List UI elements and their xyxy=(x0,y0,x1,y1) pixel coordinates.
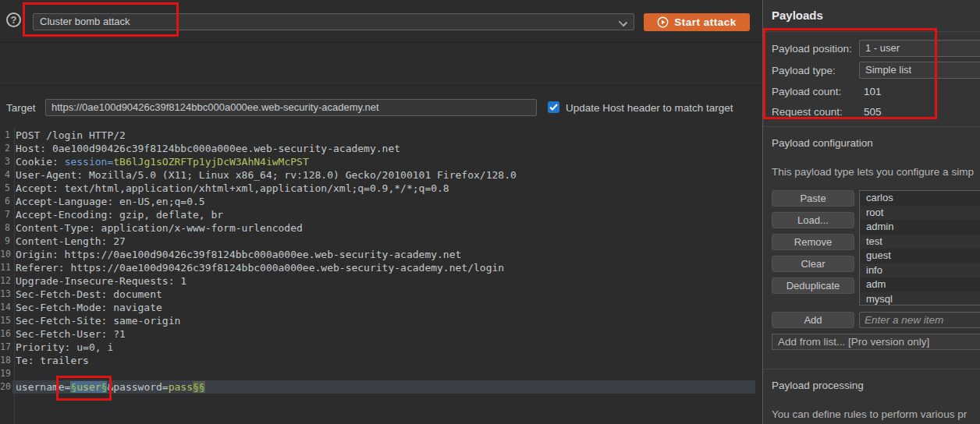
request-line-1[interactable]: 1POST /login HTTP/2 xyxy=(0,129,755,142)
request-line-10[interactable]: 10Origin: https://0ae100d90426c39f8124bb… xyxy=(0,248,755,261)
add-payload-button[interactable]: Add xyxy=(772,312,854,328)
line-number: 19 xyxy=(0,367,12,380)
request-line-9[interactable]: 9Content-Length: 27 xyxy=(0,235,755,248)
line-number: 12 xyxy=(0,274,12,288)
payload-item-root[interactable]: root xyxy=(860,206,980,221)
start-attack-label: Start attack xyxy=(674,16,737,28)
new-payload-input[interactable] xyxy=(859,312,980,328)
payload-item-info[interactable]: info xyxy=(860,263,980,278)
request-editor-lines: 1POST /login HTTP/22Host: 0ae100d90426c3… xyxy=(0,129,755,394)
request-line-8[interactable]: 8Content-Type: application/x-www-form-ur… xyxy=(0,221,755,235)
load-button[interactable]: Load... xyxy=(772,212,854,228)
payload-item-test[interactable]: test xyxy=(860,235,980,249)
request-line-text: Origin: https://0ae100d90426c39f8124bbc0… xyxy=(12,248,755,261)
remove-button[interactable]: Remove xyxy=(772,234,854,250)
request-line-text: Content-Type: application/x-www-form-url… xyxy=(12,221,755,235)
line-number: 9 xyxy=(0,235,12,248)
add-from-list-select[interactable]: Add from list... [Pro version only] xyxy=(772,334,980,350)
line-number: 14 xyxy=(0,301,12,314)
divider xyxy=(763,369,980,369)
request-line-3[interactable]: 3Cookie: session=tB6lJg1sOZRFTp1yjDcW3Ah… xyxy=(0,155,755,168)
line-number: 13 xyxy=(0,288,12,301)
request-line-4[interactable]: 4User-Agent: Mozilla/5.0 (X11; Linux x86… xyxy=(0,168,755,182)
request-line-13[interactable]: 13Sec-Fetch-Dest: document xyxy=(0,288,755,301)
request-line-18[interactable]: 18Te: trailers xyxy=(0,354,755,367)
request-line-2[interactable]: 2Host: 0ae100d90426c39f8124bbc000a000ee.… xyxy=(0,142,755,155)
request-line-17[interactable]: 17Priority: u=0, i xyxy=(0,341,755,354)
request-count-label: Request count: xyxy=(772,106,843,118)
line-number: 1 xyxy=(0,129,12,142)
clear-button[interactable]: Clear xyxy=(772,256,854,272)
payload-item-mysql[interactable]: mysql xyxy=(860,292,980,306)
payload-type-select[interactable]: Simple list xyxy=(859,62,980,79)
line-number: 7 xyxy=(0,208,12,221)
line-number: 15 xyxy=(0,314,12,327)
request-line-text: username=§user§&password=pass§§ xyxy=(12,380,755,394)
divider xyxy=(763,126,980,127)
request-line-text: Upgrade-Insecure-Requests: 1 xyxy=(12,274,755,288)
add-payload-label: Add xyxy=(804,314,822,326)
line-number: 2 xyxy=(0,142,12,155)
chevron-down-icon xyxy=(620,19,626,25)
payload-item-adm[interactable]: adm xyxy=(860,277,980,292)
line-number: 4 xyxy=(0,168,12,182)
attack-config-pane: ? Cluster bomb attack Start attack Targe… xyxy=(0,0,762,424)
request-count-value: 505 xyxy=(864,106,882,118)
request-line-text xyxy=(12,367,755,380)
request-line-11[interactable]: 11Referer: https://0ae100d90426c39f8124b… xyxy=(0,261,755,274)
payload-item-carlos[interactable]: carlos xyxy=(860,191,980,206)
request-line-text: Sec-Fetch-Site: same-origin xyxy=(12,314,755,327)
payload-configuration-title: Payload configuration xyxy=(772,137,873,149)
request-line-19[interactable]: 19 xyxy=(0,367,755,380)
request-line-text: Accept-Encoding: gzip, deflate, br xyxy=(12,208,755,221)
attack-type-select[interactable]: Cluster bomb attack xyxy=(33,13,634,30)
request-line-text: Host: 0ae100d90426c39f8124bbc000a000ee.w… xyxy=(12,142,755,155)
attack-topbar: ? Cluster bomb attack Start attack xyxy=(0,0,762,43)
payloads-panel: Payloads Payload position: 1 - user Payl… xyxy=(762,0,980,424)
line-number: 17 xyxy=(0,341,12,354)
request-line-6[interactable]: 6Accept-Language: en-US,en;q=0.5 xyxy=(0,195,755,208)
start-attack-button[interactable]: Start attack xyxy=(644,13,750,31)
divider xyxy=(763,31,980,32)
request-line-12[interactable]: 12Upgrade-Insecure-Requests: 1 xyxy=(0,274,755,288)
payload-item-guest[interactable]: guest xyxy=(860,249,980,263)
target-row: Target https://0ae100d90426c39f8124bbc00… xyxy=(0,44,762,86)
request-line-text: Content-Length: 27 xyxy=(12,235,755,248)
request-line-20[interactable]: 20username=§user§&password=pass§§ xyxy=(0,380,755,394)
payload-count-label: Payload count: xyxy=(772,86,841,97)
payload-list[interactable]: carlosrootadmintestguestinfoadmmysql xyxy=(859,190,980,306)
request-line-text: Sec-Fetch-Mode: navigate xyxy=(12,301,755,314)
payloads-title: Payloads xyxy=(772,9,823,22)
request-line-16[interactable]: 16Sec-Fetch-User: ?1 xyxy=(0,327,755,341)
line-number: 6 xyxy=(0,195,12,208)
line-number: 5 xyxy=(0,182,12,195)
add-from-list-label: Add from list... [Pro version only] xyxy=(778,336,929,348)
burp-intruder-window: ? Cluster bomb attack Start attack Targe… xyxy=(0,0,980,424)
request-line-5[interactable]: 5Accept: text/html,application/xhtml+xml… xyxy=(0,182,755,195)
line-number: 20 xyxy=(0,380,12,394)
payload-type-label: Payload type: xyxy=(772,65,836,76)
request-line-15[interactable]: 15Sec-Fetch-Site: same-origin xyxy=(0,314,755,327)
payload-position-select[interactable]: 1 - user xyxy=(859,40,980,57)
request-line-text: Accept: text/html,application/xhtml+xml,… xyxy=(12,182,755,195)
request-line-text: Sec-Fetch-Dest: document xyxy=(12,288,755,301)
payload-count-value: 101 xyxy=(864,86,882,97)
request-editor[interactable]: 1POST /login HTTP/22Host: 0ae100d90426c3… xyxy=(0,127,755,424)
line-number: 3 xyxy=(0,155,12,168)
request-line-7[interactable]: 7Accept-Encoding: gzip, deflate, br xyxy=(0,208,755,221)
help-icon[interactable]: ? xyxy=(6,12,21,27)
positions-row: Positions Add §Clear §Auto § xyxy=(0,87,762,127)
request-line-text: Accept-Language: en-US,en;q=0.5 xyxy=(12,195,755,208)
payload-item-admin[interactable]: admin xyxy=(860,220,980,235)
request-line-text: Sec-Fetch-User: ?1 xyxy=(12,327,755,341)
payload-position-value: 1 - user xyxy=(865,42,900,54)
deduplicate-button[interactable]: Deduplicate xyxy=(772,277,854,294)
paste-button[interactable]: Paste xyxy=(772,190,854,207)
payload-processing-title: Payload processing xyxy=(772,380,864,391)
request-line-14[interactable]: 14Sec-Fetch-Mode: navigate xyxy=(0,301,755,314)
attack-type-value: Cluster bomb attack xyxy=(40,16,130,27)
request-line-text: POST /login HTTP/2 xyxy=(12,129,755,142)
play-circle-icon xyxy=(657,16,669,28)
request-line-text: Te: trailers xyxy=(12,354,755,367)
line-number: 18 xyxy=(0,354,12,367)
